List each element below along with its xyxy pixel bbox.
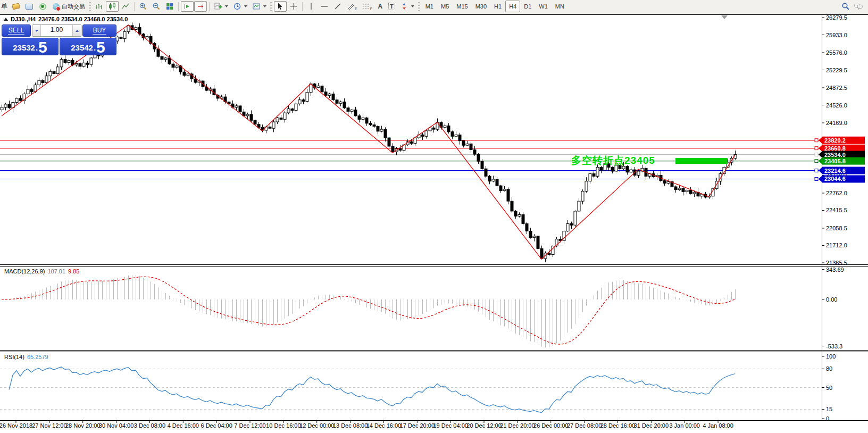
line-handle[interactable]: [815, 139, 818, 142]
candle-body: [447, 126, 450, 132]
channel-tool-button[interactable]: E: [345, 1, 360, 12]
timeframe-h1[interactable]: H1: [490, 1, 505, 12]
candle-body: [250, 114, 253, 120]
collapse-triangle-icon[interactable]: [4, 18, 8, 21]
candle-body: [466, 144, 469, 145]
macd-axis-label: 343.69: [826, 267, 844, 273]
macd-main-value: 107.01: [47, 268, 65, 274]
candle-body: [548, 253, 550, 255]
toolbar-separator: [302, 2, 303, 11]
vertical-line-tool-button[interactable]: [305, 1, 318, 12]
bar-chart-icon: [95, 2, 103, 11]
price-axis-label: 25576.0: [826, 49, 847, 56]
time-axis-label: 7 Dec 12:00: [234, 422, 265, 429]
timeframe-w1[interactable]: W1: [535, 1, 552, 12]
macd-axis-label: -533.3: [826, 343, 842, 349]
toolbar-grip: [270, 2, 272, 11]
candle-body: [421, 135, 424, 136]
dropdown-caret: [225, 5, 228, 7]
horizontal-line-tool-button[interactable]: [318, 1, 331, 12]
sell-price-box[interactable]: 23532.5: [2, 38, 59, 55]
chart-canvas[interactable]: 26279.525933.025576.025229.524872.524526…: [0, 0, 868, 433]
chart-shift-button[interactable]: [194, 1, 207, 12]
templates-button[interactable]: [250, 1, 269, 12]
highlight-bar[interactable]: [675, 158, 728, 164]
line-handle[interactable]: [815, 160, 818, 163]
chart-shift-icon: [196, 2, 205, 11]
price-axis-label: 21365.5: [826, 260, 847, 266]
volume-increment-button[interactable]: [72, 25, 81, 36]
timeframe-group: M1M5M15M30H1H4D1W1MN: [422, 1, 568, 12]
candle-body: [470, 144, 472, 149]
timeframe-d1[interactable]: D1: [520, 1, 535, 12]
cursor-tool-button[interactable]: [274, 1, 287, 12]
line-handle[interactable]: [815, 153, 818, 156]
candle-body: [488, 176, 491, 181]
candle-body: [269, 127, 271, 128]
candle-body: [566, 223, 569, 231]
dropdown-caret: [263, 5, 266, 7]
candle-body: [343, 102, 346, 107]
timeframe-m5[interactable]: M5: [437, 1, 453, 12]
candlestick-chart-button[interactable]: [106, 1, 119, 12]
chat-icon[interactable]: [854, 2, 863, 11]
crosshair-icon: [289, 2, 298, 11]
zoom-out-button[interactable]: [150, 1, 163, 12]
volume-spinner: 1.00: [32, 24, 81, 37]
buy-price-big-digit: 5: [96, 40, 105, 54]
timeframe-m15[interactable]: M15: [453, 1, 471, 12]
time-axis-label: 4 Jan 08:00: [703, 422, 733, 429]
candle-body: [302, 100, 305, 102]
volume-decrement-button[interactable]: [32, 25, 41, 36]
zoom-in-button[interactable]: [137, 1, 149, 12]
auto-scroll-button[interactable]: [181, 1, 194, 12]
line-handle[interactable]: [815, 177, 818, 180]
new-order-button[interactable]: 单: [1, 2, 9, 11]
signals-button[interactable]: [36, 1, 49, 12]
search-icon[interactable]: [841, 2, 850, 11]
trendline-tool-button[interactable]: [331, 1, 344, 12]
toolbar-separator: [134, 2, 135, 11]
candle-body: [75, 63, 78, 65]
price-axis-label: 25933.0: [826, 32, 847, 38]
sell-button[interactable]: SELL: [2, 24, 31, 37]
auto-trading-button[interactable]: 自动交易: [49, 1, 87, 12]
timeframe-m1[interactable]: M1: [422, 1, 437, 12]
price-axis-label: 24169.0: [826, 120, 847, 126]
price-tag-label: 23660.8: [824, 145, 846, 152]
symbol-period-label: DJ30-,H4: [11, 16, 36, 22]
line-handle[interactable]: [815, 169, 818, 172]
fibonacci-tool-button[interactable]: F: [360, 1, 374, 12]
candle-body: [503, 189, 506, 191]
candle-body: [354, 110, 357, 116]
crosshair-tool-button[interactable]: [287, 1, 300, 12]
terminal-button[interactable]: [23, 1, 36, 12]
time-axis-label: 21 Dec 20:00: [500, 422, 535, 429]
tile-windows-button[interactable]: [163, 1, 176, 12]
bar-chart-button[interactable]: [93, 1, 105, 12]
line-handle[interactable]: [815, 147, 818, 150]
order-ticket-button[interactable]: [10, 1, 22, 12]
trendline-icon: [333, 2, 342, 11]
time-axis-label: 20 Dec 12:00: [466, 422, 501, 429]
timeframe-mn[interactable]: MN: [552, 1, 568, 12]
timeframe-h4[interactable]: H4: [505, 1, 520, 12]
candle-body: [514, 211, 517, 216]
volume-value[interactable]: 1.00: [41, 25, 72, 36]
candle-body: [589, 174, 591, 181]
arrows-tool-button[interactable]: [398, 1, 416, 12]
timeframe-m30[interactable]: M30: [472, 1, 490, 12]
buy-button[interactable]: BUY: [82, 24, 116, 37]
indicators-button[interactable]: [212, 1, 230, 12]
increment-icon: [76, 30, 79, 32]
text-tool-button[interactable]: A: [375, 1, 386, 12]
buy-price-box[interactable]: 23542.5: [60, 38, 116, 55]
candle-body: [295, 104, 297, 110]
vertical-line-icon: [307, 2, 315, 11]
text-label-tool-button[interactable]: T: [386, 1, 397, 12]
toolbar: 单 自动交易: [0, 0, 868, 13]
candle-body: [183, 72, 186, 76]
macd-signal-value: 9.85: [68, 268, 79, 274]
line-chart-button[interactable]: [119, 1, 132, 12]
periods-button[interactable]: [231, 1, 249, 12]
